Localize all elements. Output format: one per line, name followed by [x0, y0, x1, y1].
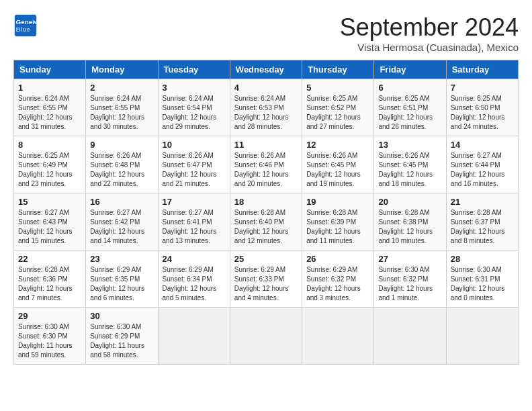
day-number: 13 — [378, 140, 441, 150]
calendar-cell: 6Sunrise: 6:25 AM Sunset: 6:51 PM Daylig… — [374, 79, 446, 136]
col-header-monday: Monday — [86, 60, 158, 79]
day-detail: Sunrise: 6:25 AM Sunset: 6:52 PM Dayligh… — [306, 94, 369, 132]
day-detail: Sunrise: 6:26 AM Sunset: 6:45 PM Dayligh… — [378, 151, 441, 189]
day-number: 7 — [451, 83, 514, 93]
day-detail: Sunrise: 6:24 AM Sunset: 6:54 PM Dayligh… — [163, 94, 226, 132]
day-number: 10 — [163, 140, 226, 150]
calendar-cell: 5Sunrise: 6:25 AM Sunset: 6:52 PM Daylig… — [302, 79, 374, 136]
page-header: General Blue September 2024 Vista Hermos… — [13, 13, 519, 53]
week-row-5: 29Sunrise: 6:30 AM Sunset: 6:30 PM Dayli… — [14, 308, 519, 365]
day-detail: Sunrise: 6:24 AM Sunset: 6:55 PM Dayligh… — [18, 94, 81, 132]
calendar-cell — [446, 308, 518, 365]
day-number: 20 — [378, 197, 441, 207]
day-number: 18 — [234, 197, 298, 207]
day-detail: Sunrise: 6:27 AM Sunset: 6:42 PM Dayligh… — [90, 208, 153, 246]
week-row-4: 22Sunrise: 6:28 AM Sunset: 6:36 PM Dayli… — [14, 250, 519, 308]
calendar-cell — [374, 308, 446, 365]
calendar-cell: 24Sunrise: 6:29 AM Sunset: 6:34 PM Dayli… — [158, 250, 230, 308]
day-detail: Sunrise: 6:30 AM Sunset: 6:29 PM Dayligh… — [90, 322, 153, 360]
day-number: 16 — [90, 197, 153, 207]
day-number: 15 — [18, 197, 81, 207]
calendar-table: SundayMondayTuesdayWednesdayThursdayFrid… — [13, 60, 519, 365]
calendar-cell: 19Sunrise: 6:28 AM Sunset: 6:39 PM Dayli… — [302, 193, 374, 250]
col-header-sunday: Sunday — [14, 60, 86, 79]
day-number: 12 — [306, 140, 369, 150]
calendar-cell: 30Sunrise: 6:30 AM Sunset: 6:29 PM Dayli… — [86, 308, 158, 365]
calendar-body: 1Sunrise: 6:24 AM Sunset: 6:55 PM Daylig… — [14, 79, 519, 365]
day-number: 17 — [163, 197, 226, 207]
day-detail: Sunrise: 6:27 AM Sunset: 6:44 PM Dayligh… — [451, 151, 514, 189]
day-number: 27 — [378, 254, 441, 264]
day-detail: Sunrise: 6:26 AM Sunset: 6:46 PM Dayligh… — [234, 151, 298, 189]
col-header-friday: Friday — [374, 60, 446, 79]
calendar-cell: 28Sunrise: 6:30 AM Sunset: 6:31 PM Dayli… — [446, 250, 518, 308]
day-detail: Sunrise: 6:25 AM Sunset: 6:51 PM Dayligh… — [378, 94, 441, 132]
calendar-cell: 17Sunrise: 6:27 AM Sunset: 6:41 PM Dayli… — [158, 193, 230, 250]
day-number: 4 — [234, 83, 298, 93]
logo: General Blue — [13, 13, 38, 38]
calendar-cell: 25Sunrise: 6:29 AM Sunset: 6:33 PM Dayli… — [230, 250, 302, 308]
day-detail: Sunrise: 6:27 AM Sunset: 6:41 PM Dayligh… — [163, 208, 226, 246]
day-detail: Sunrise: 6:29 AM Sunset: 6:34 PM Dayligh… — [163, 265, 226, 303]
day-number: 6 — [378, 83, 441, 93]
calendar-cell — [230, 308, 302, 365]
day-detail: Sunrise: 6:26 AM Sunset: 6:47 PM Dayligh… — [163, 151, 226, 189]
title-block: September 2024 Vista Hermosa (Cuasinada)… — [340, 13, 519, 53]
logo-icon: General Blue — [13, 13, 38, 38]
calendar-cell: 13Sunrise: 6:26 AM Sunset: 6:45 PM Dayli… — [374, 136, 446, 193]
day-detail: Sunrise: 6:26 AM Sunset: 6:48 PM Dayligh… — [90, 151, 153, 189]
col-header-thursday: Thursday — [302, 60, 374, 79]
day-detail: Sunrise: 6:24 AM Sunset: 6:53 PM Dayligh… — [234, 94, 298, 132]
calendar-cell: 4Sunrise: 6:24 AM Sunset: 6:53 PM Daylig… — [230, 79, 302, 136]
day-number: 26 — [306, 254, 369, 264]
day-number: 9 — [90, 140, 153, 150]
day-detail: Sunrise: 6:28 AM Sunset: 6:39 PM Dayligh… — [306, 208, 369, 246]
day-detail: Sunrise: 6:29 AM Sunset: 6:32 PM Dayligh… — [306, 265, 369, 303]
day-number: 11 — [234, 140, 298, 150]
day-number: 28 — [451, 254, 514, 264]
calendar-cell: 27Sunrise: 6:30 AM Sunset: 6:32 PM Dayli… — [374, 250, 446, 308]
day-detail: Sunrise: 6:27 AM Sunset: 6:43 PM Dayligh… — [18, 208, 81, 246]
day-detail: Sunrise: 6:29 AM Sunset: 6:33 PM Dayligh… — [234, 265, 298, 303]
month-title: September 2024 — [340, 13, 519, 42]
calendar-cell: 29Sunrise: 6:30 AM Sunset: 6:30 PM Dayli… — [14, 308, 86, 365]
location-title: Vista Hermosa (Cuasinada), Mexico — [340, 42, 519, 53]
day-detail: Sunrise: 6:24 AM Sunset: 6:55 PM Dayligh… — [90, 94, 153, 132]
calendar-cell — [302, 308, 374, 365]
day-detail: Sunrise: 6:26 AM Sunset: 6:45 PM Dayligh… — [306, 151, 369, 189]
col-header-tuesday: Tuesday — [158, 60, 230, 79]
day-detail: Sunrise: 6:30 AM Sunset: 6:31 PM Dayligh… — [451, 265, 514, 303]
week-row-1: 1Sunrise: 6:24 AM Sunset: 6:55 PM Daylig… — [14, 79, 519, 136]
day-detail: Sunrise: 6:28 AM Sunset: 6:38 PM Dayligh… — [378, 208, 441, 246]
day-detail: Sunrise: 6:28 AM Sunset: 6:40 PM Dayligh… — [234, 208, 298, 246]
day-number: 25 — [234, 254, 298, 264]
calendar-cell: 10Sunrise: 6:26 AM Sunset: 6:47 PM Dayli… — [158, 136, 230, 193]
svg-text:Blue: Blue — [16, 26, 31, 33]
calendar-cell: 9Sunrise: 6:26 AM Sunset: 6:48 PM Daylig… — [86, 136, 158, 193]
day-detail: Sunrise: 6:29 AM Sunset: 6:35 PM Dayligh… — [90, 265, 153, 303]
calendar-cell: 12Sunrise: 6:26 AM Sunset: 6:45 PM Dayli… — [302, 136, 374, 193]
day-number: 24 — [163, 254, 226, 264]
calendar-cell: 11Sunrise: 6:26 AM Sunset: 6:46 PM Dayli… — [230, 136, 302, 193]
day-number: 14 — [451, 140, 514, 150]
day-detail: Sunrise: 6:28 AM Sunset: 6:36 PM Dayligh… — [18, 265, 81, 303]
day-detail: Sunrise: 6:28 AM Sunset: 6:37 PM Dayligh… — [451, 208, 514, 246]
col-header-saturday: Saturday — [446, 60, 518, 79]
day-number: 19 — [306, 197, 369, 207]
calendar-cell: 22Sunrise: 6:28 AM Sunset: 6:36 PM Dayli… — [14, 250, 86, 308]
week-row-3: 15Sunrise: 6:27 AM Sunset: 6:43 PM Dayli… — [14, 193, 519, 250]
day-number: 2 — [90, 83, 153, 93]
calendar-cell: 18Sunrise: 6:28 AM Sunset: 6:40 PM Dayli… — [230, 193, 302, 250]
calendar-cell: 23Sunrise: 6:29 AM Sunset: 6:35 PM Dayli… — [86, 250, 158, 308]
day-number: 5 — [306, 83, 369, 93]
day-number: 22 — [18, 254, 81, 264]
calendar-cell: 3Sunrise: 6:24 AM Sunset: 6:54 PM Daylig… — [158, 79, 230, 136]
day-number: 23 — [90, 254, 153, 264]
calendar-header-row: SundayMondayTuesdayWednesdayThursdayFrid… — [14, 60, 519, 79]
day-number: 30 — [90, 311, 153, 321]
calendar-cell: 26Sunrise: 6:29 AM Sunset: 6:32 PM Dayli… — [302, 250, 374, 308]
col-header-wednesday: Wednesday — [230, 60, 302, 79]
day-number: 8 — [18, 140, 81, 150]
calendar-cell: 8Sunrise: 6:25 AM Sunset: 6:49 PM Daylig… — [14, 136, 86, 193]
day-number: 21 — [451, 197, 514, 207]
